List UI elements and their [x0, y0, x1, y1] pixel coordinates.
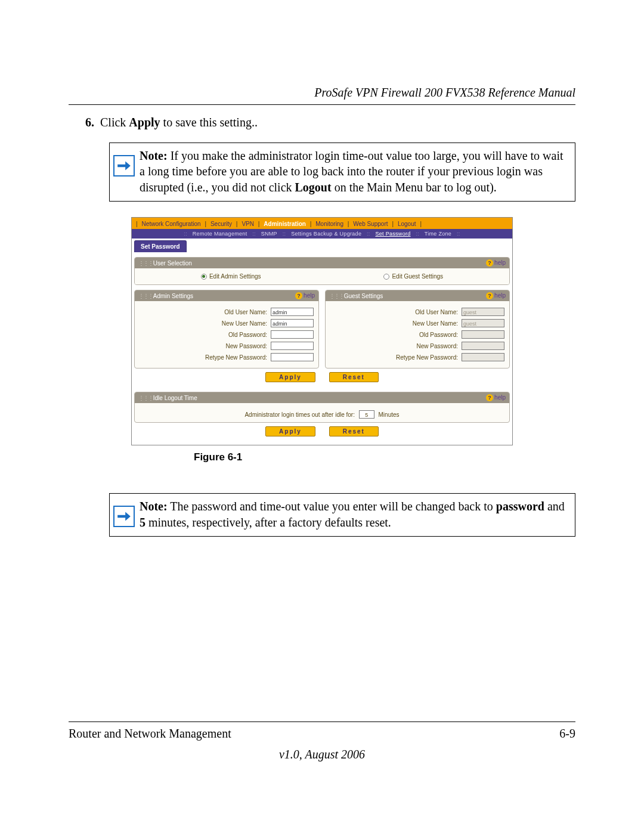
subnav-settings-backup[interactable]: Settings Backup & Upgrade: [291, 231, 361, 237]
page-footer: Router and Network Management 6-9 v1.0, …: [69, 721, 575, 761]
nav-administration[interactable]: Administration: [262, 221, 308, 227]
nav-web-support[interactable]: Web Support: [351, 221, 389, 227]
help-link[interactable]: ?help: [486, 292, 506, 299]
panel-admin-settings: Admin Settings ?help Old User Name:admin…: [134, 290, 319, 368]
reset-button[interactable]: Reset: [329, 372, 379, 382]
subnav-snmp[interactable]: SNMP: [261, 231, 277, 237]
admin-new-user-input[interactable]: admin: [271, 319, 314, 327]
footer-left: Router and Network Management: [69, 727, 231, 741]
sub-nav: :: Remote Management :: SNMP :: Settings…: [132, 229, 512, 239]
reset-button-2[interactable]: Reset: [329, 426, 379, 436]
header-rule: [69, 104, 575, 105]
radio-edit-guest[interactable]: Edit Guest Settings: [383, 273, 443, 280]
radio-on-icon: [201, 274, 207, 280]
nav-network-config[interactable]: Network Configuration: [140, 221, 203, 227]
guest-old-pw-input: [462, 330, 504, 339]
help-link[interactable]: ?help: [486, 259, 506, 267]
guest-retype-pw-input: [462, 353, 504, 361]
note-box-1: Note: If you make the administrator logi…: [109, 143, 575, 202]
figure-label: Figure 6-1: [194, 451, 575, 463]
note-text: Note: The password and time-out value yo…: [135, 497, 570, 530]
nav-vpn[interactable]: VPN: [240, 221, 256, 227]
guest-old-user-input: guest: [462, 308, 504, 316]
help-link[interactable]: ?help: [295, 292, 315, 299]
note-icon-cell: [113, 147, 135, 176]
admin-old-pw-input[interactable]: [271, 330, 314, 339]
idle-minutes-input[interactable]: 5: [359, 410, 374, 419]
admin-old-user-input[interactable]: admin: [271, 308, 314, 316]
page-number: 6-9: [559, 727, 575, 741]
subnav-set-password[interactable]: Set Password: [375, 231, 410, 237]
radio-off-icon: [383, 274, 389, 280]
note-text: Note: If you make the administrator logi…: [135, 147, 570, 195]
subnav-time-zone[interactable]: Time Zone: [425, 231, 451, 237]
note-icon-cell: [113, 497, 135, 527]
admin-new-pw-input[interactable]: [271, 342, 314, 350]
note-box-2: Note: The password and time-out value yo…: [109, 493, 575, 537]
step-number: 6.: [85, 116, 94, 129]
guest-new-user-input: guest: [462, 319, 504, 327]
step-line: 6.Click Apply to save this setting..: [69, 116, 575, 129]
panel-idle-logout: Idle Logout Time ?help Administrator log…: [134, 392, 510, 423]
subnav-remote-management[interactable]: Remote Management: [193, 231, 247, 237]
panel-title-guest: Guest Settings: [329, 293, 383, 299]
router-ui-screenshot: | Network Configuration | Security | VPN…: [131, 217, 513, 445]
panel-title-idle: Idle Logout Time: [138, 395, 197, 401]
panel-title-user-selection: User Selection: [138, 260, 192, 267]
apply-button-2[interactable]: Apply: [265, 426, 315, 436]
apply-button[interactable]: Apply: [265, 372, 315, 382]
arrow-right-icon: [113, 155, 135, 176]
arrow-right-icon: [113, 506, 135, 527]
nav-monitoring[interactable]: Monitoring: [314, 221, 345, 227]
help-link[interactable]: ?help: [486, 394, 506, 401]
admin-retype-pw-input[interactable]: [271, 353, 314, 361]
radio-edit-admin[interactable]: Edit Admin Settings: [201, 273, 261, 280]
tab-set-password[interactable]: Set Password: [134, 240, 187, 252]
guest-new-pw-input: [462, 342, 504, 350]
main-nav: | Network Configuration | Security | VPN…: [132, 218, 512, 229]
panel-title-admin: Admin Settings: [138, 293, 193, 299]
panel-user-selection: User Selection ?help Edit Admin Settings…: [134, 257, 510, 285]
header-title: ProSafe VPN Firewall 200 FVX538 Referenc…: [69, 86, 575, 100]
nav-logout[interactable]: Logout: [396, 221, 418, 227]
footer-version: v1.0, August 2006: [69, 748, 575, 761]
nav-security[interactable]: Security: [209, 221, 234, 227]
panel-guest-settings: Guest Settings ?help Old User Name:guest…: [325, 290, 510, 368]
